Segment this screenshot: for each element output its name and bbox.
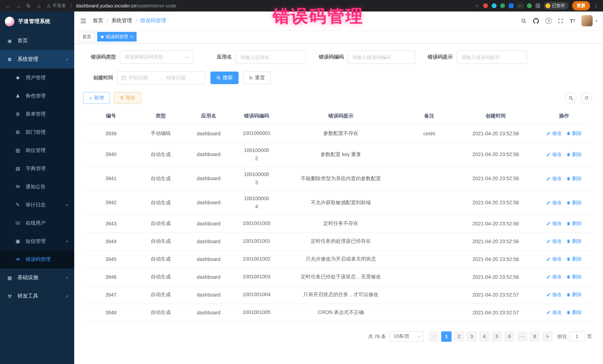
page-button[interactable]: 6 [504, 331, 515, 342]
delete-link[interactable]: 删除 [566, 220, 582, 227]
paused-badge[interactable]: 已暂停 [544, 2, 568, 10]
extension-icon-leaf[interactable] [527, 3, 532, 8]
breadcrumb-item[interactable]: 首页 [93, 17, 103, 24]
add-button[interactable]: + 新增 [83, 92, 110, 104]
sidebar-item-10[interactable]: ☏在线用户 [0, 214, 74, 232]
extension-icon-on[interactable]: on [517, 3, 523, 8]
edit-link[interactable]: 修改 [546, 256, 562, 263]
page-size-select[interactable]: 10条/页 [390, 331, 424, 342]
cell-id: 3947 [83, 286, 139, 304]
sidebar-item-9[interactable]: ✎审计日志∨ [0, 196, 74, 214]
sidebar-toggle-icon[interactable] [80, 17, 87, 24]
edit-link[interactable]: 修改 [546, 199, 562, 206]
error-type-select[interactable]: 请选择错误码类型 [120, 50, 193, 64]
sidebar-item-13[interactable]: ▦基础设施∨ [0, 268, 74, 287]
page-button[interactable]: 8 [530, 331, 540, 342]
toggle-search-icon[interactable] [565, 92, 576, 103]
extension-pin-icon[interactable] [535, 3, 540, 8]
sidebar-item-0[interactable]: ◉首页 [0, 32, 74, 50]
table-toolbar: + 新增 导出 [83, 92, 592, 104]
edit-link[interactable]: 修改 [546, 274, 562, 280]
page-button[interactable]: 3 [466, 331, 477, 342]
delete-link[interactable]: 删除 [566, 238, 582, 245]
sidebar-item-4[interactable]: ≣菜单管理 [0, 105, 74, 123]
security-indicator[interactable]: ⚠ 不安全 [47, 3, 66, 9]
sidebar-item-label: 部门管理 [26, 129, 46, 135]
goto-page-input[interactable] [569, 331, 585, 342]
extension-icon-green-check[interactable]: ✓ [500, 3, 505, 8]
chevron-down-icon[interactable]: ▾ [596, 19, 597, 23]
delete-link[interactable]: 删除 [566, 130, 582, 137]
extension-icon-teal[interactable] [491, 3, 496, 8]
sidebar-item-8[interactable]: ✉通知公告 [0, 177, 74, 196]
page-button[interactable]: 4 [479, 331, 489, 342]
search-button[interactable]: 搜索 [210, 72, 239, 84]
page-button[interactable]: 2 [454, 331, 464, 342]
error-hint-input[interactable] [456, 50, 527, 64]
help-icon[interactable]: ? [546, 18, 552, 24]
sidebar-item-12[interactable]: </>错误码管理 [0, 250, 74, 268]
edit-link[interactable]: 修改 [546, 309, 562, 316]
delete-link[interactable]: 删除 [566, 309, 582, 316]
edit-link[interactable]: 修改 [546, 151, 562, 158]
font-size-icon[interactable]: TT [570, 18, 575, 23]
user-avatar[interactable] [581, 15, 593, 26]
github-icon[interactable] [533, 18, 539, 24]
sidebar-item-3[interactable]: ♟角色管理 [0, 87, 74, 105]
reset-button[interactable]: ↻ 重置 [243, 72, 271, 84]
refresh-table-icon[interactable] [581, 92, 592, 103]
cell-remark: ceshi [403, 124, 455, 142]
filter-label-type: 错误码类型 [91, 54, 120, 60]
update-button[interactable]: 更新 [572, 1, 590, 10]
delete-link[interactable]: 删除 [566, 151, 582, 158]
reload-icon[interactable]: ↻ [25, 3, 32, 9]
sidebar-item-label: 岗位管理 [26, 147, 46, 154]
extension-icon-grid[interactable] [509, 3, 513, 8]
edit-link[interactable]: 修改 [546, 130, 562, 137]
edit-link[interactable]: 修改 [546, 238, 562, 245]
edit-link[interactable]: 修改 [546, 175, 562, 182]
browser-menu-icon[interactable]: ⋮ [594, 3, 599, 9]
bookmark-star-icon[interactable]: ☆ [475, 3, 479, 9]
forward-icon[interactable]: → [15, 3, 22, 9]
edit-link[interactable]: 修改 [546, 220, 562, 227]
fullscreen-icon[interactable] [558, 18, 564, 23]
more-pages-icon[interactable]: ··· [517, 331, 527, 342]
tab-0[interactable]: 首页 [79, 32, 95, 42]
sidebar-item-2[interactable]: ☻用户管理 [0, 69, 74, 87]
url-path: /system/error-code [136, 3, 176, 8]
home-icon[interactable]: ⌂ [36, 3, 42, 9]
search-icon[interactable] [521, 18, 527, 23]
breadcrumb-item[interactable]: 系统管理 [111, 17, 132, 24]
sidebar-item-6[interactable]: ▥岗位管理 [0, 141, 74, 159]
delete-link[interactable]: 删除 [566, 274, 582, 280]
table-row: 3948自动生成dashboard1001001005CRON 表达式不正确20… [83, 304, 592, 321]
date-range-picker[interactable]: 开始日期 - 结束日期 [117, 71, 205, 85]
page-button[interactable]: 5 [492, 331, 502, 342]
cell-code: 1001001005 [235, 304, 278, 321]
delete-label: 删除 [572, 151, 582, 158]
delete-link[interactable]: 删除 [566, 256, 582, 263]
page-button[interactable]: 1 [441, 331, 452, 342]
prev-page-button[interactable]: < [429, 331, 439, 342]
app-logo[interactable]: 芋道管理系统 [0, 11, 74, 32]
sidebar-item-11[interactable]: ▣短信管理∨ [0, 232, 74, 250]
close-icon[interactable]: × [130, 34, 133, 39]
sidebar-item-1[interactable]: ⚙系统管理∧ [0, 50, 74, 69]
error-code-input[interactable] [348, 50, 415, 64]
extension-icon-red[interactable] [483, 3, 488, 8]
address-bar[interactable]: dashboard.yudao.iocoder.cn/system/error-… [76, 3, 176, 8]
sidebar-item-5[interactable]: ⊞部门管理 [0, 123, 74, 141]
sidebar-item-7[interactable]: ▤字典管理 [0, 159, 74, 177]
delete-link[interactable]: 删除 [566, 175, 582, 182]
sidebar-item-14[interactable]: ⚒研发工具∨ [0, 287, 74, 305]
edit-link[interactable]: 修改 [546, 291, 562, 298]
app-name-input[interactable] [236, 50, 306, 64]
delete-link[interactable]: 删除 [566, 199, 582, 206]
next-page-button[interactable]: > [542, 331, 553, 342]
delete-link[interactable]: 删除 [566, 291, 582, 298]
export-button[interactable]: 导出 [114, 92, 141, 104]
back-icon[interactable]: ← [4, 3, 11, 9]
breadcrumb-item[interactable]: 错误码管理 [140, 17, 166, 24]
tab-1[interactable]: 错误码管理× [97, 32, 137, 42]
